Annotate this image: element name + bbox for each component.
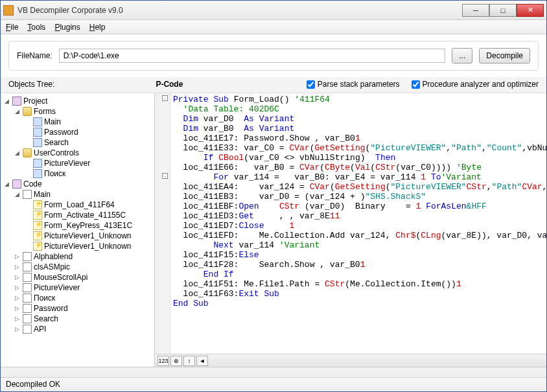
pcode-label: P-Code xyxy=(156,80,183,89)
tree-class[interactable]: ▷ Password xyxy=(14,303,154,314)
tree-proc[interactable]: Form_Activate_41155C xyxy=(24,210,154,220)
tree-uc-item[interactable]: Поиск xyxy=(24,168,154,179)
tree-class[interactable]: ▷ API xyxy=(14,324,154,334)
objects-tree[interactable]: ◢ Project◢ Forms Main Password Search◢ U… xyxy=(1,93,155,367)
tree-uc-item[interactable]: PictureViever xyxy=(24,158,154,168)
menu-plugins[interactable]: Plugins xyxy=(54,23,80,32)
code-gutter: - - xyxy=(160,93,170,354)
status-bar: Decompiled OK xyxy=(1,377,546,391)
tree-form-item[interactable]: Password xyxy=(24,127,154,137)
main-area: ◢ Project◢ Forms Main Password Search◢ U… xyxy=(1,93,546,367)
window-buttons: ─ □ ✕ xyxy=(462,4,544,17)
toolbar-btn[interactable]: ⊕ xyxy=(170,356,182,366)
header-row: Objects Tree: P-Code Parse stack paramet… xyxy=(1,77,546,93)
tree-project[interactable]: ◢ Project xyxy=(3,96,154,106)
tree-class[interactable]: ▷ MouseScrollApi xyxy=(14,272,154,282)
filename-label: FileName: xyxy=(17,51,52,60)
tree-forms[interactable]: ◢ Forms xyxy=(14,106,154,117)
tree-proc[interactable]: Form_Load_411F64 xyxy=(24,200,154,210)
tree-proc[interactable]: Form_KeyPress_413E1C xyxy=(24,220,154,231)
code-panel: - - Private Sub Form_Load() '411F64 'Dat… xyxy=(155,93,546,367)
browse-button[interactable]: ... xyxy=(452,48,472,63)
menu-tools[interactable]: Tools xyxy=(27,23,45,32)
window-title: VB Decompiler Corporate v9.0 xyxy=(17,6,462,15)
objects-tree-label: Objects Tree: xyxy=(8,80,54,89)
titlebar: VB Decompiler Corporate v9.0 ─ □ ✕ xyxy=(1,1,546,20)
app-icon xyxy=(3,5,14,16)
menubar: File Tools Plugins Help xyxy=(1,20,546,34)
minimize-button[interactable]: ─ xyxy=(462,4,489,17)
filename-input[interactable] xyxy=(59,49,446,63)
fold-icon[interactable]: - xyxy=(162,173,168,179)
menu-help[interactable]: Help xyxy=(89,23,106,32)
decompile-button[interactable]: Decompile xyxy=(479,48,530,63)
tree-class[interactable]: ▷ Search xyxy=(14,314,154,324)
tree-class[interactable]: ▷ PictureViever xyxy=(14,282,154,293)
tree-form-item[interactable]: Search xyxy=(24,137,154,148)
toolbar-btn[interactable]: ◄ xyxy=(196,356,208,366)
maximize-button[interactable]: □ xyxy=(489,4,517,17)
tree-class[interactable]: ▷ clsASMpic xyxy=(14,262,154,272)
tree-proc[interactable]: PictureViever1_Unknown xyxy=(24,231,154,241)
code-toolbar: 123 ⊕ ↕ ◄ xyxy=(155,354,546,367)
parse-stack-checkbox[interactable]: Parse stack parameters xyxy=(307,80,400,89)
tree-code[interactable]: ◢ Code xyxy=(3,179,154,189)
procedure-analyzer-checkbox[interactable]: Procedure analyzer and optimizer xyxy=(412,80,539,89)
fold-icon[interactable]: - xyxy=(162,95,168,101)
tree-form-item[interactable]: Main xyxy=(24,117,154,127)
app-window: VB Decompiler Corporate v9.0 ─ □ ✕ File … xyxy=(0,0,547,392)
tree-usercontrols[interactable]: ◢ UserControls xyxy=(14,148,154,158)
menu-file[interactable]: File xyxy=(6,23,18,32)
file-row: FileName: ... Decompile xyxy=(8,41,539,71)
toolbar-btn[interactable]: ↕ xyxy=(183,356,195,366)
tree-class[interactable]: ▷ Alphablend xyxy=(14,251,154,262)
tree-proc[interactable]: PictureViever1_Unknown xyxy=(24,241,154,251)
code-text: Private Sub Form_Load() '411F64 'Data Ta… xyxy=(160,93,546,310)
code-view[interactable]: - - Private Sub Form_Load() '411F64 'Dat… xyxy=(155,93,546,354)
tree-hscroll[interactable] xyxy=(1,367,546,377)
tree-main-module[interactable]: ◢ Main xyxy=(14,189,154,200)
tree-class[interactable]: ▷ Поиск xyxy=(14,293,154,303)
toolbar-btn[interactable]: 123 xyxy=(157,356,169,366)
close-button[interactable]: ✕ xyxy=(517,4,544,17)
